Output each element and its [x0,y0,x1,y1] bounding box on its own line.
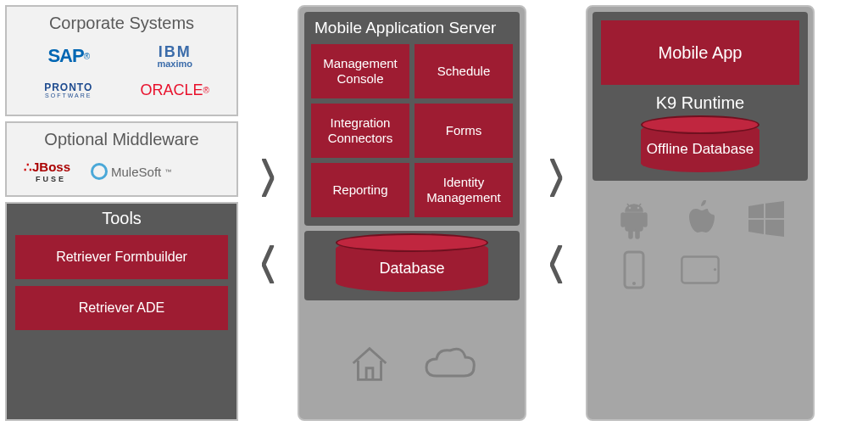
mobile-runtime-panel: Mobile App K9 Runtime Offline Database [593,12,808,181]
platform-icons [593,186,808,303]
database-panel: Database [304,231,520,300]
svg-point-5 [714,268,716,271]
runtime-label: K9 Runtime [656,93,745,113]
svg-point-0 [629,207,632,210]
offline-database-cylinder-icon: Offline Database [641,121,760,172]
tools-list: Retriever Formbuilder Retriever ADE [15,235,228,330]
center-column: Mobile Application Server Management Con… [298,5,526,421]
module-reporting: Reporting [311,163,409,217]
tablet-icon [679,249,721,291]
home-icon [345,339,394,388]
svg-point-1 [637,207,640,210]
apple-icon [679,198,721,240]
module-identity-management: Identity Management [415,163,513,217]
oracle-logo: ORACLE® [131,77,220,103]
svg-point-3 [632,282,636,285]
arrows-left-center: › ‹ [238,5,298,421]
android-icon [613,198,655,240]
corporate-logo-grid: SAP® IBMmaximo PRONTOSOFTWARE ORACLE® [15,40,228,106]
middleware-title: Optional Middleware [15,130,228,149]
offline-database-label: Offline Database [647,142,754,158]
tool-ade: Retriever ADE [15,286,228,330]
ibm-maximo-logo: IBMmaximo [131,43,220,69]
arrow-left-icon: ‹ [259,207,275,305]
tools-panel: Tools Retriever Formbuilder Retriever AD… [5,202,238,421]
database-label: Database [379,260,444,277]
arrows-center-right: › ‹ [526,5,586,421]
right-column: Mobile App K9 Runtime Offline Database [586,5,815,421]
module-forms: Forms [415,104,513,158]
tool-formbuilder: Retriever Formbuilder [15,235,228,279]
left-column: Corporate Systems SAP® IBMmaximo PRONTOS… [5,5,238,421]
windows-icon [745,198,787,240]
pronto-logo: PRONTOSOFTWARE [24,77,114,103]
mulesoft-logo: MuleSoft™ [91,163,171,180]
svg-rect-4 [682,257,718,283]
sap-logo: SAP® [24,43,114,69]
architecture-diagram: Corporate Systems SAP® IBMmaximo PRONTOS… [0,0,868,426]
phone-icon [613,249,655,291]
middleware-logo-row: ∴JBossFUSE MuleSoft™ [15,156,228,187]
module-management-console: Management Console [311,44,409,98]
app-server-title: Mobile Application Server [314,19,513,37]
module-integration-connectors: Integration Connectors [311,104,409,158]
tools-title: Tools [15,209,228,228]
module-schedule: Schedule [415,44,513,98]
database-cylinder-icon: Database [336,239,488,292]
corporate-systems-title: Corporate Systems [15,14,228,33]
mobile-app-block: Mobile App [601,20,799,85]
middleware-panel: Optional Middleware ∴JBossFUSE MuleSoft™ [5,121,238,197]
modules-grid: Management Console Schedule Integration … [311,44,513,217]
corporate-systems-panel: Corporate Systems SAP® IBMmaximo PRONTOS… [5,5,238,116]
cloud-icon [420,342,479,384]
deployment-icons [304,305,520,414]
arrow-left-icon: ‹ [548,207,564,305]
jboss-fuse-logo: ∴JBossFUSE [24,160,70,183]
app-server-panel: Mobile Application Server Management Con… [304,12,520,226]
